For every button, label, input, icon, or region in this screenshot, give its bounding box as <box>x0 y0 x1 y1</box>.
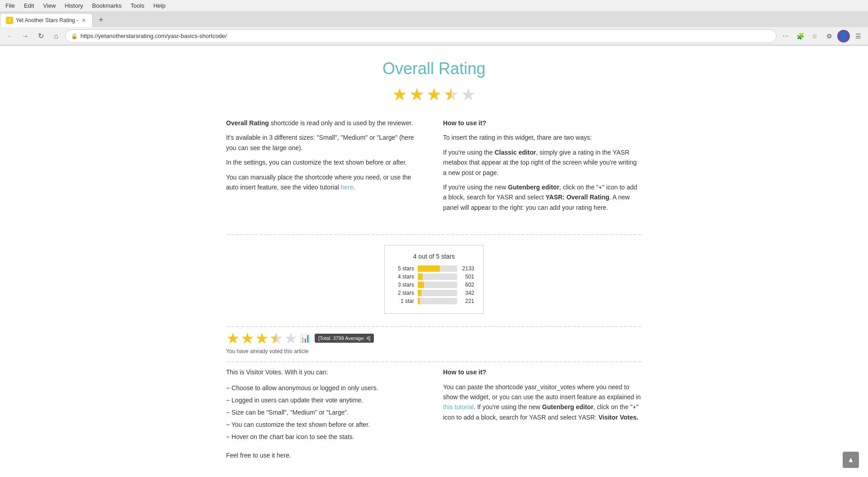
visitor-bullets: Choose to allow anonymous or logged in o… <box>226 382 425 443</box>
forward-button[interactable]: → <box>19 30 32 43</box>
page-content: Overall Rating ★ ★ ★ ★★ ★ Overall Rating… <box>217 46 651 477</box>
menu-history[interactable]: History <box>63 1 85 10</box>
menu-edit[interactable]: Edit <box>22 1 36 10</box>
new-tab-button[interactable]: + <box>94 15 108 25</box>
wave-divider-1: ~~~~~~~~~~~~~~~~~~~~~~~~~~~~~~~~~~~~~~~~… <box>226 231 642 236</box>
feel-free-text: Feel free to use it here. <box>226 450 425 460</box>
bar-fill-1 <box>418 298 420 304</box>
star-3: ★ <box>426 85 442 104</box>
overall-rating-section: Overall Rating ★ ★ ★ ★★ ★ <box>226 59 642 104</box>
visitor-how-to-title: How to use it? <box>443 367 642 377</box>
active-tab[interactable]: ⭐ Yet Another Stars Rating - × <box>0 13 93 27</box>
bar-label-2: 2 stars <box>394 290 414 296</box>
menu-help[interactable]: Help <box>151 1 167 10</box>
tab-bar: ⭐ Yet Another Stars Rating - × + <box>0 11 868 27</box>
rating-widget: 4 out of 5 stars 5 stars 2133 4 stars <box>384 245 484 314</box>
tab-title: Yet Another Stars Rating - <box>16 17 78 24</box>
bar-row-5: 5 stars 2133 <box>394 265 474 272</box>
bar-count-5: 2133 <box>461 265 474 272</box>
desc-p4-text: You can manually place the shortcode whe… <box>226 174 411 191</box>
here-link[interactable]: here <box>341 184 354 191</box>
desc-p3: In the settings, you can customize the t… <box>226 157 425 167</box>
reload-button[interactable]: ↻ <box>34 30 47 43</box>
star-4-half: ★★ <box>443 85 459 104</box>
tab-close-button[interactable]: × <box>81 16 86 25</box>
scroll-to-top-button[interactable]: ▲ <box>843 452 859 468</box>
visitor-description-row: This is Visitor Votes. With it you can: … <box>226 367 642 465</box>
v-star-5[interactable]: ★ <box>284 329 297 347</box>
settings-icon[interactable]: ⚙ <box>823 30 835 43</box>
bar-label-5: 5 stars <box>394 265 414 272</box>
menu-icon[interactable]: ☰ <box>852 30 864 43</box>
how-to-p2: If you're using the Classic editor, simp… <box>443 147 642 178</box>
overall-left-col: Overall Rating shortcode is read only an… <box>226 118 425 217</box>
bullet-5: Hover on the chart bar icon to see the s… <box>226 431 425 443</box>
bar-count-4: 501 <box>461 274 474 280</box>
bar-count-3: 602 <box>461 282 474 288</box>
bar-fill-2 <box>418 290 421 296</box>
visitor-votes-stars-row: ★ ★ ★ ★★ ★ 📊 [Total: 3799 Average: 4] Yo… <box>226 329 642 354</box>
bar-track-3 <box>418 282 457 288</box>
overall-rating-title: Overall Rating <box>226 59 642 78</box>
menu-bookmarks[interactable]: Bookmarks <box>90 1 123 10</box>
url-text: https://yetanotherstarsrating.com/yasr-b… <box>80 33 771 39</box>
visitor-stars-display: ★ ★ ★ ★★ ★ 📊 [Total: 3799 Average: 4] <box>226 329 374 347</box>
overall-description-row: Overall Rating shortcode is read only an… <box>226 118 642 217</box>
back-button[interactable]: ← <box>4 30 16 43</box>
visitor-left-col: This is Visitor Votes. With it you can: … <box>226 367 425 465</box>
bar-label-3: 3 stars <box>394 282 414 288</box>
rating-widget-container: 4 out of 5 stars 5 stars 2133 4 stars <box>226 245 642 314</box>
address-bar[interactable]: 🔒 https://yetanotherstarsrating.com/yasr… <box>65 29 777 43</box>
v-star-2[interactable]: ★ <box>241 329 254 347</box>
bar-fill-5 <box>418 265 440 272</box>
how-to-title: How to use it? <box>443 118 642 128</box>
home-button[interactable]: ⌂ <box>50 30 62 43</box>
visitor-how-to-p1: You can paste the shortcode yasr_visitor… <box>443 382 642 423</box>
menu-tools[interactable]: Tools <box>129 1 146 10</box>
already-voted-text: You have already voted this article <box>226 348 308 354</box>
more-button[interactable]: ⋯ <box>779 30 792 43</box>
tab-favicon: ⭐ <box>6 17 13 24</box>
bullet-3: Size can be "Small", "Medium" or "Large"… <box>226 406 425 419</box>
menu-bar: File Edit View History Bookmarks Tools H… <box>0 0 868 11</box>
bar-fill-3 <box>418 282 424 288</box>
star-5: ★ <box>461 85 476 104</box>
bullet-4: You can customize the text shown before … <box>226 419 425 431</box>
desc-p2: It's available in 3 different sizes: "Sm… <box>226 132 425 153</box>
chart-icon[interactable]: 📊 <box>300 333 310 343</box>
desc-p1-bold: Overall Rating <box>226 119 269 127</box>
bookmarks-icon[interactable]: ☆ <box>808 30 821 43</box>
star-2: ★ <box>409 85 425 104</box>
widget-bars: 5 stars 2133 4 stars 501 3 stars <box>394 265 474 304</box>
extensions-button[interactable]: 🧩 <box>794 30 807 43</box>
browser-chrome: File Edit View History Bookmarks Tools H… <box>0 0 868 46</box>
desc-p4-end: . <box>354 184 355 191</box>
visitor-intro: This is Visitor Votes. With it you can: <box>226 367 425 377</box>
widget-summary: 4 out of 5 stars <box>394 253 474 260</box>
bar-row-4: 4 stars 501 <box>394 274 474 280</box>
bullet-2: Logged in users can update their vote an… <box>226 394 425 406</box>
bar-track-1 <box>418 298 457 304</box>
v-star-1[interactable]: ★ <box>226 329 240 347</box>
bar-track-5 <box>418 265 457 272</box>
visitor-right-col: How to use it? You can paste the shortco… <box>443 367 642 465</box>
desc-p4: You can manually place the shortcode whe… <box>226 172 425 193</box>
overall-stars: ★ ★ ★ ★★ ★ <box>226 85 642 104</box>
bar-row-2: 2 stars 342 <box>394 290 474 296</box>
nav-bar: ← → ↻ ⌂ 🔒 https://yetanotherstarsrating.… <box>0 27 868 45</box>
how-to-p3: If you're using the new Gutenberg editor… <box>443 182 642 213</box>
v-star-3[interactable]: ★ <box>255 329 269 347</box>
v-star-4-half[interactable]: ★★ <box>269 329 283 347</box>
desc-p1: Overall Rating shortcode is read only an… <box>226 118 425 128</box>
bar-fill-4 <box>418 274 423 280</box>
bar-row-3: 3 stars 602 <box>394 282 474 288</box>
bar-track-4 <box>418 274 457 280</box>
bar-track-2 <box>418 290 457 296</box>
bar-label-1: 1 star <box>394 298 414 304</box>
profile-icon[interactable]: 👤 <box>837 30 850 43</box>
nav-right-icons: ⋯ 🧩 ☆ ⚙ 👤 ☰ <box>779 30 864 43</box>
menu-view[interactable]: View <box>41 1 57 10</box>
menu-file[interactable]: File <box>4 1 17 10</box>
this-tutorial-link[interactable]: this tutorial <box>443 403 474 411</box>
bar-count-2: 342 <box>461 290 474 296</box>
